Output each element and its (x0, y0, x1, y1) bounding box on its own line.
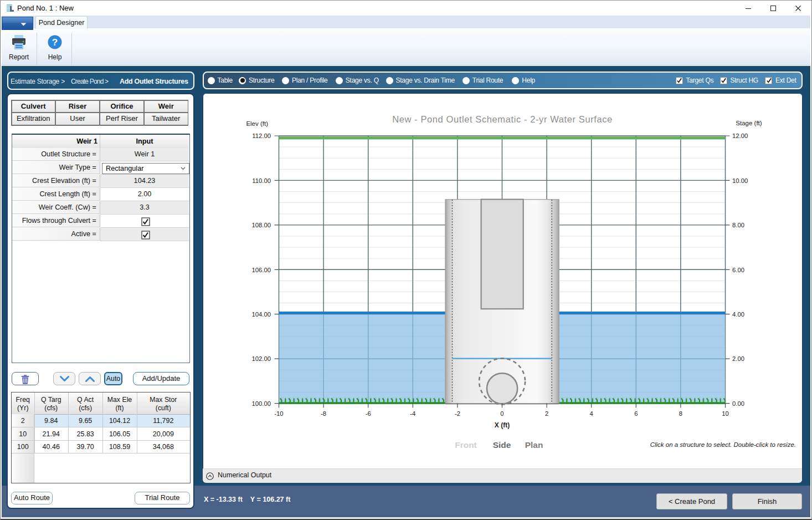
svg-text:108.00: 108.00 (251, 222, 271, 228)
svg-text:-2: -2 (455, 410, 460, 417)
svg-text:-6: -6 (366, 410, 371, 417)
svg-text:Side: Side (493, 440, 511, 450)
svg-text:-10: -10 (274, 410, 283, 417)
svg-text:Front: Front (455, 440, 477, 450)
svg-text:X (ft): X (ft) (495, 421, 510, 429)
svg-text:New - Pond Outlet Schematic -: New - Pond Outlet Schematic - 2-yr Water… (392, 114, 613, 124)
svg-text:10.00: 10.00 (732, 177, 748, 184)
svg-text:0.00: 0.00 (732, 400, 744, 407)
svg-text:100.00: 100.00 (251, 400, 271, 407)
svg-text:Stage (ft): Stage (ft) (736, 120, 762, 126)
svg-text:8: 8 (679, 410, 682, 417)
svg-text:102.00: 102.00 (251, 355, 271, 362)
svg-text:12.00: 12.00 (732, 132, 748, 139)
svg-text:106.00: 106.00 (251, 267, 271, 273)
svg-text:110.00: 110.00 (252, 177, 271, 184)
svg-text:Plan: Plan (525, 440, 543, 450)
svg-text:2.00: 2.00 (732, 355, 744, 362)
svg-text:6: 6 (634, 410, 638, 417)
svg-text:Elev (ft): Elev (ft) (246, 120, 268, 127)
svg-text:4.00: 4.00 (732, 311, 744, 318)
svg-text:8.00: 8.00 (732, 222, 744, 228)
svg-text:Click on a structure to select: Click on a structure to select. Double-c… (650, 441, 796, 448)
svg-text:2: 2 (545, 410, 548, 417)
svg-text:?: ? (52, 37, 58, 48)
svg-text:0: 0 (500, 410, 503, 417)
svg-text:-8: -8 (321, 410, 326, 417)
svg-text:10: 10 (722, 410, 729, 417)
svg-text:4: 4 (590, 410, 593, 417)
svg-text:-4: -4 (410, 410, 415, 417)
svg-text:6.00: 6.00 (732, 267, 744, 273)
svg-text:112.00: 112.00 (252, 132, 271, 139)
svg-text:104.00: 104.00 (251, 311, 271, 318)
